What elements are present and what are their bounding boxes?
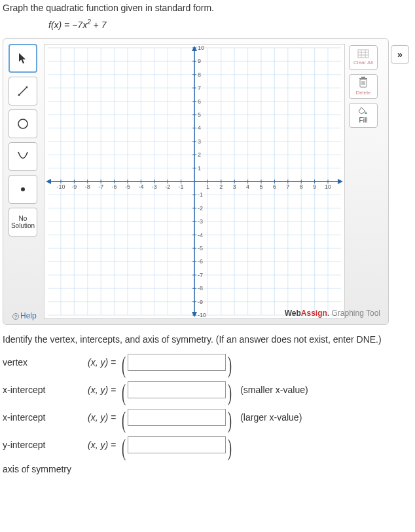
fill-label: Fill [359, 117, 368, 124]
vertex-row: vertex (x, y) = ( ) [3, 354, 415, 371]
grid-clear-icon [357, 49, 369, 58]
axis-label: axis of symmetry [3, 464, 88, 474]
xint2-label: x-intercept [3, 412, 88, 423]
svg-marker-50 [192, 312, 197, 317]
svg-text:-2: -2 [198, 204, 203, 211]
circle-tool[interactable] [9, 109, 37, 138]
yint-xy: (x, y) = [88, 440, 116, 450]
coordinate-plane[interactable]: -10-9-8-7-6-5-4-3-2-112345678910 1234567… [44, 44, 345, 319]
pointer-tool[interactable] [9, 44, 37, 73]
clear-label: Clear All [353, 60, 373, 66]
svg-text:6: 6 [273, 183, 276, 190]
function-expression: f(x) = −7x2 + 7 [48, 18, 415, 30]
identify-prompt: Identify the vertex, intercepts, and axi… [3, 334, 415, 345]
svg-text:8: 8 [198, 71, 201, 77]
svg-text:4: 4 [246, 183, 249, 190]
no-solution-tool[interactable]: No Solution [9, 208, 37, 237]
xint2-xy: (x, y) = [88, 412, 116, 423]
svg-text:-6: -6 [112, 183, 117, 190]
svg-text:2: 2 [198, 151, 201, 158]
clear-all-button[interactable]: Clear All [349, 45, 378, 70]
svg-text:7: 7 [286, 183, 289, 190]
svg-text:3: 3 [198, 138, 201, 144]
help-link[interactable]: ?Help [12, 311, 37, 320]
line-icon [16, 85, 29, 98]
xint1-xy: (x, y) = [88, 385, 116, 395]
vertex-input[interactable] [128, 354, 226, 371]
svg-text:9: 9 [198, 58, 201, 64]
brand-sub: Graphing Tool [329, 309, 380, 318]
svg-text:-8: -8 [198, 285, 203, 292]
svg-text:-6: -6 [198, 258, 203, 265]
svg-text:-5: -5 [125, 183, 130, 190]
svg-text:-1: -1 [179, 183, 184, 190]
point-tool[interactable] [9, 175, 37, 204]
svg-marker-49 [192, 46, 197, 51]
xint2-row: x-intercept (x, y) = ( ) (larger x-value… [3, 409, 415, 426]
svg-text:9: 9 [313, 183, 316, 190]
svg-text:-7: -7 [198, 271, 203, 278]
xint1-input[interactable] [128, 381, 226, 398]
svg-text:-5: -5 [198, 245, 203, 252]
nosol-text2: Solution [11, 222, 35, 229]
xint1-label: x-intercept [3, 385, 88, 395]
grid-svg: -10-9-8-7-6-5-4-3-2-112345678910 1234567… [45, 45, 344, 318]
svg-text:5: 5 [198, 111, 201, 118]
fn-suffix: + 7 [91, 20, 107, 30]
svg-text:1: 1 [198, 164, 201, 171]
parabola-icon [16, 150, 29, 163]
svg-text:-3: -3 [198, 218, 203, 225]
svg-text:8: 8 [300, 183, 303, 190]
xint1-row: x-intercept (x, y) = ( ) (smaller x-valu… [3, 381, 415, 398]
yint-input[interactable] [128, 436, 226, 453]
svg-rect-140 [361, 77, 365, 78]
svg-text:-8: -8 [85, 183, 90, 190]
line-tool[interactable] [9, 77, 37, 105]
axis-row: axis of symmetry [3, 464, 415, 474]
brand-assign: Assign [301, 309, 327, 318]
help-icon: ? [12, 313, 19, 320]
xint2-hint: (larger x-value) [240, 412, 302, 423]
fill-icon [357, 106, 369, 115]
svg-text:10: 10 [325, 183, 331, 190]
svg-text:5: 5 [260, 183, 263, 190]
vertex-xy: (x, y) = [88, 357, 116, 368]
svg-text:4: 4 [198, 124, 201, 131]
svg-text:-3: -3 [152, 183, 157, 190]
help-text: Help [20, 311, 37, 320]
svg-marker-144 [359, 107, 365, 114]
trash-icon [358, 77, 369, 88]
graphing-tool-panel: » No Solution [3, 38, 389, 325]
svg-text:-4: -4 [198, 231, 203, 238]
svg-rect-133 [358, 50, 369, 58]
parabola-tool[interactable] [9, 142, 37, 171]
pointer-icon [18, 52, 27, 64]
yint-label: y-intercept [3, 440, 88, 450]
svg-marker-51 [46, 179, 51, 184]
svg-text:1: 1 [206, 183, 209, 190]
svg-text:3: 3 [233, 183, 236, 190]
svg-text:-1: -1 [198, 191, 203, 198]
svg-rect-139 [359, 78, 367, 79]
vertex-label: vertex [3, 357, 88, 368]
svg-text:-10: -10 [57, 183, 65, 190]
circle-icon [16, 117, 29, 130]
svg-line-0 [18, 86, 27, 96]
yint-row: y-intercept (x, y) = ( ) [3, 436, 415, 453]
xint2-input[interactable] [128, 409, 226, 426]
svg-text:7: 7 [198, 85, 201, 91]
expand-button[interactable]: » [391, 45, 409, 64]
branding: WebAssign. Graphing Tool [285, 309, 380, 318]
svg-marker-52 [338, 179, 343, 184]
svg-text:-10: -10 [198, 312, 206, 318]
svg-text:-9: -9 [71, 183, 77, 190]
action-palette: Clear All Delete Fill [349, 45, 382, 132]
question-prompt: Graph the quadratic function given in st… [3, 3, 415, 13]
delete-button[interactable]: Delete [349, 74, 378, 99]
point-icon [16, 183, 29, 196]
xint1-hint: (smaller x-value) [240, 385, 308, 395]
brand-web: Web [285, 309, 301, 318]
nosol-text1: No [19, 215, 27, 222]
delete-label: Delete [355, 90, 370, 96]
fill-button[interactable]: Fill [349, 103, 378, 128]
